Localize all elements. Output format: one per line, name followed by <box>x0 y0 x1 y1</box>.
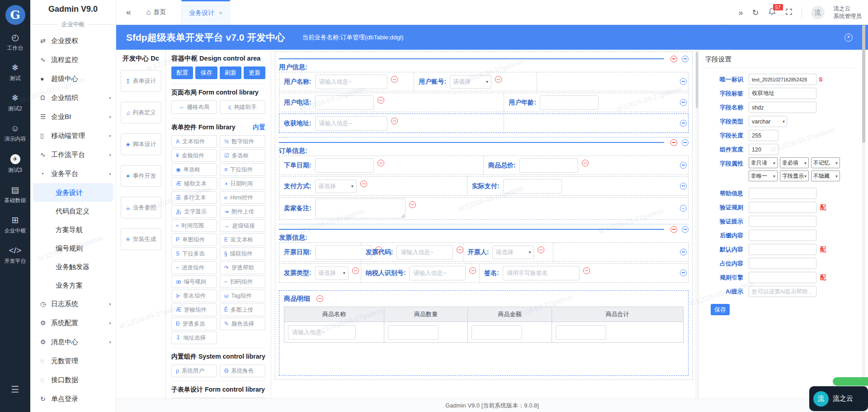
field-setting-input[interactable] <box>749 116 787 127</box>
field-input[interactable] <box>540 95 599 110</box>
remove-row-icon[interactable] <box>680 249 687 256</box>
field-input[interactable] <box>503 179 562 194</box>
remove-field-icon[interactable] <box>391 118 398 124</box>
detail-cell-input[interactable] <box>388 325 439 340</box>
field-attr-select[interactable]: 不记忆 ▾ <box>811 157 840 168</box>
sidebar-subitem[interactable]: 业务触发器 <box>30 257 116 276</box>
rail-item[interactable]: ❄ 测试2 <box>5 94 26 113</box>
design-action-button[interactable]: 配置 <box>171 66 193 79</box>
canvas-cell[interactable]: 开票人: 请选择 ▾ <box>463 243 553 261</box>
component-button[interactable]: Æ 辅助文本 <box>171 177 217 190</box>
remove-row-icon[interactable] <box>680 162 687 169</box>
rail-item[interactable]: </> 开发平台 <box>5 246 26 265</box>
field-input[interactable] <box>396 245 453 260</box>
field-textarea[interactable] <box>315 199 406 218</box>
design-action-button[interactable]: 更新 <box>244 66 265 79</box>
remove-field-icon[interactable] <box>457 246 463 253</box>
component-button[interactable]: Ê 多图上传 <box>220 303 265 316</box>
detail-subform[interactable]: 商品明细 商品名称商品数量商品金额商品合计 <box>279 290 689 376</box>
sidebar-item[interactable]: ☰ 企业BI ▾ <box>30 107 116 126</box>
layout-button[interactable]: ς 构建助手 <box>220 100 265 114</box>
layout-button[interactable]: ⇔ 栅格布局 <box>171 100 217 114</box>
scrollbar-thumb[interactable] <box>862 25 865 143</box>
field-select[interactable]: 请选择 ▾ <box>492 246 534 259</box>
component-button[interactable]: ≈ 时间范围 <box>171 219 217 232</box>
dev-center-button[interactable]: ☕ 业务参照 <box>121 197 161 218</box>
field-attr-select[interactable]: 字段显示 ▾ <box>780 170 809 181</box>
field-setting-input[interactable] <box>749 272 816 283</box>
field-setting-input[interactable] <box>749 202 816 213</box>
sidebar-subitem[interactable]: 方案导航 <box>30 220 116 239</box>
dev-center-button[interactable]: ↥ 表单设计 <box>121 70 161 92</box>
detail-cell-input[interactable] <box>288 325 356 340</box>
component-button[interactable]: ◑ 日期时间 <box>220 177 265 190</box>
canvas-cell[interactable]: 签名: <box>480 264 688 282</box>
canvas-cell[interactable] <box>553 243 688 261</box>
close-icon[interactable]: × <box>219 9 222 16</box>
component-button[interactable]: S 下拉多选 <box>171 247 217 260</box>
remove-field-icon[interactable] <box>375 246 382 253</box>
rail-item[interactable]: ▤ 基础数据 <box>5 185 26 204</box>
dev-center-button[interactable]: ★ 脚本设计 <box>121 133 161 155</box>
component-button[interactable]: Æ 穿梭组件 <box>171 303 217 316</box>
app-logo[interactable]: G <box>5 5 25 25</box>
component-button[interactable]: ½ 数字组件 <box>220 135 265 148</box>
remove-field-icon[interactable] <box>583 267 590 274</box>
design-action-button[interactable]: 保存 <box>195 66 217 79</box>
canvas-row[interactable]: 收获地址: <box>279 114 689 133</box>
sidebar-item[interactable]: ⚙ 消息中心 ▾ <box>30 332 116 351</box>
canvas-container[interactable]: 用户信息: 用户名称: <box>275 52 693 380</box>
canvas-cell[interactable] <box>537 72 689 91</box>
remove-field-icon[interactable] <box>360 180 367 187</box>
chat-widget[interactable]: 流 流之云 <box>809 386 868 411</box>
remove-field-icon[interactable] <box>377 97 384 104</box>
canvas-cell[interactable]: 实际支付: <box>467 177 688 195</box>
system-component-button[interactable]: Θ 系统角色 <box>220 365 265 377</box>
dev-center-button[interactable]: ✦ 事件开发 <box>121 165 161 187</box>
remove-field-icon[interactable] <box>377 160 384 166</box>
sidebar-subitem[interactable]: 业务方案 <box>30 276 116 294</box>
component-button[interactable]: ✎ 颜色选择 <box>220 317 265 330</box>
field-input[interactable] <box>315 158 374 173</box>
remove-container-icon[interactable] <box>682 139 689 146</box>
canvas-row[interactable]: 下单日期: 商品总价: <box>279 156 689 175</box>
remove-row-icon[interactable] <box>680 120 687 127</box>
remove-field-icon[interactable] <box>495 76 502 83</box>
canvas-cell[interactable]: 卖家备注: <box>279 198 688 219</box>
remove-field-icon[interactable] <box>409 201 416 208</box>
component-button[interactable]: ≡ 下拉组件 <box>220 163 265 176</box>
canvas-cell[interactable]: 用户账号: 请选择 ▾ <box>414 72 537 91</box>
canvas-row[interactable]: 开票日期: 发票代码: <box>279 242 689 262</box>
component-button[interactable]: ◉ 单选框 <box>171 163 217 176</box>
component-button[interactable]: ω Tag组件 <box>220 289 265 302</box>
rail-item[interactable]: ⊞ 企业中枢 <box>5 216 26 235</box>
config-link[interactable]: 配 <box>820 204 826 212</box>
canvas-row[interactable]: 用户名称: 用户账号: <box>279 72 689 91</box>
tab-home[interactable]: ⌂ 首页 <box>146 8 166 16</box>
remove-field-icon[interactable] <box>391 76 398 83</box>
component-button[interactable]: ⊱ 签名组件 <box>171 289 217 302</box>
field-input[interactable] <box>315 95 374 110</box>
field-setting-input[interactable] <box>749 130 778 141</box>
component-button[interactable]: ↷ 穿透帮助 <box>220 261 265 274</box>
remove-section-icon[interactable] <box>670 56 677 62</box>
field-input[interactable] <box>519 158 578 173</box>
component-button[interactable]: ℮ Html控件 <box>220 191 265 204</box>
canvas-cell[interactable]: 收获地址: <box>279 114 504 133</box>
component-button[interactable]: Ð 穿透多选 <box>171 317 217 330</box>
remove-section-icon[interactable] <box>670 226 677 233</box>
sidebar-item[interactable]: ⚙ 系统配置 ▾ <box>30 313 116 332</box>
component-button[interactable]: ↔ 超级链接 <box>220 219 265 232</box>
remove-row-icon[interactable] <box>680 183 687 189</box>
tab-business-design[interactable]: 业务设计 × <box>181 0 230 24</box>
sidebar-subitem[interactable]: 业务设计 <box>33 183 113 202</box>
remove-field-icon[interactable] <box>352 267 359 274</box>
remove-detail-icon[interactable] <box>316 295 323 302</box>
fullscreen-icon[interactable] <box>785 8 793 17</box>
builtin-badge[interactable]: 内置 <box>253 123 265 132</box>
canvas-cell[interactable] <box>504 114 688 133</box>
dev-center-button[interactable]: ♫ 列表定义 <box>121 102 161 123</box>
field-setting-input[interactable] <box>749 88 816 99</box>
sidebar-item[interactable]: ↻ 单点登录 <box>30 389 116 408</box>
config-link[interactable]: 配 <box>820 246 826 254</box>
